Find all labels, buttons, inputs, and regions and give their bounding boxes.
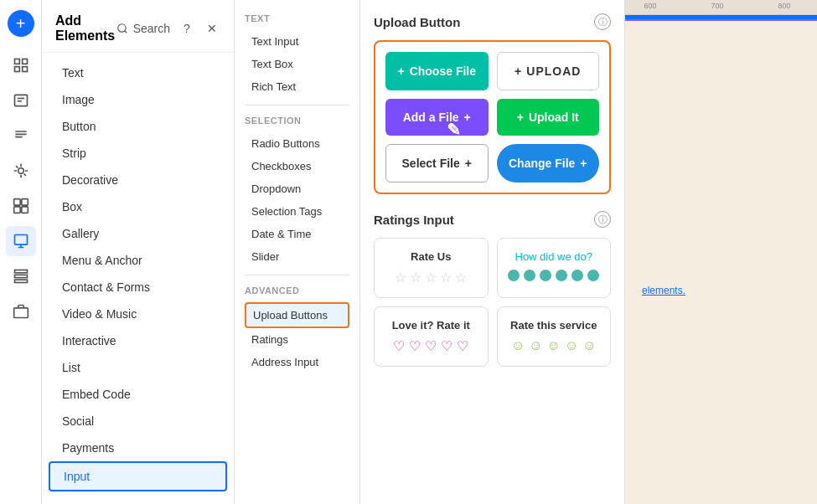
- element-decorative[interactable]: Decorative: [49, 167, 227, 193]
- svg-rect-10: [13, 207, 20, 213]
- rate-us-stars: ☆ ☆ ☆ ☆ ☆: [395, 270, 467, 285]
- sidebar-blog-icon[interactable]: [6, 85, 36, 116]
- sub-upload-buttons[interactable]: Upload Buttons: [245, 302, 349, 328]
- choose-file-label: Choose File: [410, 64, 476, 78]
- sub-checkboxes[interactable]: Checkboxes: [245, 155, 349, 177]
- upload-it-button[interactable]: + Upload It: [497, 99, 600, 136]
- element-menu-anchor[interactable]: Menu & Anchor: [49, 247, 227, 274]
- how-did-we-do-card[interactable]: How did we do?: [497, 238, 612, 298]
- sub-date-time[interactable]: Date & Time: [245, 223, 349, 245]
- rate-service-label: Rate this service: [510, 319, 597, 332]
- svg-rect-2: [14, 67, 19, 72]
- element-video-music[interactable]: Video & Music: [49, 301, 227, 327]
- element-box[interactable]: Box: [49, 193, 227, 220]
- ruler: 600 700 800: [625, 0, 817, 15]
- upload-button[interactable]: + UPLOAD: [497, 52, 600, 90]
- sidebar-pages-icon[interactable]: [6, 50, 36, 80]
- star-2: ☆: [410, 270, 421, 285]
- sub-slider[interactable]: Slider: [245, 245, 349, 268]
- upload-info-icon[interactable]: ⓘ: [594, 13, 611, 30]
- ruler-label-600: 600: [644, 2, 656, 10]
- sub-text-input[interactable]: Text Input: [245, 30, 349, 53]
- search-icon: [116, 23, 128, 34]
- heart-4: ♡: [441, 338, 452, 354]
- heart-1: ♡: [393, 338, 405, 354]
- search-area[interactable]: Search: [116, 22, 170, 35]
- upload-label: UPLOAD: [526, 64, 581, 78]
- rate-service-card[interactable]: Rate this service ☺ ☺ ☺ ☺ ☺: [497, 306, 612, 367]
- ruler-label-700: 700: [711, 2, 723, 10]
- panel-container: Add Elements Search ? ✕ Text Image Butto…: [42, 0, 817, 504]
- upload-it-label: Upload It: [529, 111, 579, 124]
- select-file-suffix: +: [465, 157, 472, 170]
- sidebar-apps-icon[interactable]: [6, 191, 36, 221]
- element-contact-forms[interactable]: Contact & Forms: [49, 274, 227, 301]
- rate-us-card[interactable]: Rate Us ☆ ☆ ☆ ☆ ☆: [374, 238, 489, 298]
- star-4: ☆: [440, 270, 452, 285]
- sub-address-input[interactable]: Address Input: [245, 351, 349, 373]
- love-it-card[interactable]: Love it? Rate it ♡ ♡ ♡ ♡ ♡: [374, 306, 489, 367]
- element-image[interactable]: Image: [49, 86, 227, 113]
- upload-button-grid: + Choose File + UPLOAD Add a File + ✎ + …: [374, 40, 611, 194]
- element-payments[interactable]: Payments: [49, 435, 227, 461]
- ruler-label-800: 800: [778, 2, 790, 10]
- svg-rect-11: [21, 207, 28, 213]
- heart-row: ♡ ♡ ♡ ♡ ♡: [393, 338, 468, 354]
- choose-file-button[interactable]: + Choose File: [385, 52, 489, 90]
- panel-header: Add Elements Search ? ✕: [42, 0, 234, 53]
- sidebar-design-icon[interactable]: [6, 156, 36, 186]
- element-embed-code[interactable]: Embed Code: [49, 381, 227, 408]
- ratings-info-icon[interactable]: ⓘ: [594, 211, 611, 228]
- icon-sidebar: +: [0, 0, 42, 504]
- sidebar-business-icon[interactable]: [6, 296, 36, 327]
- svg-rect-9: [21, 199, 28, 206]
- dot-3: [540, 270, 551, 281]
- add-button[interactable]: +: [8, 10, 34, 37]
- upload-section-header: Upload Button ⓘ: [374, 13, 611, 30]
- element-interactive[interactable]: Interactive: [49, 327, 227, 354]
- svg-rect-0: [14, 59, 19, 64]
- face-3: ☺: [547, 338, 561, 353]
- upload-section-title: Upload Button: [374, 15, 460, 29]
- element-button[interactable]: Button: [49, 113, 227, 140]
- sub-radio-buttons[interactable]: Radio Buttons: [245, 132, 349, 155]
- plus-icon: +: [16, 14, 26, 33]
- face-2: ☺: [529, 338, 542, 353]
- main-content: Upload Button ⓘ + Choose File + UPLOAD A…: [360, 0, 624, 504]
- canvas-area: 600 700 800 elements.: [624, 0, 817, 504]
- star-1: ☆: [395, 270, 406, 285]
- element-text[interactable]: Text: [49, 59, 227, 86]
- add-file-suffix: +: [464, 111, 471, 124]
- svg-rect-15: [14, 280, 27, 282]
- sidebar-data-icon[interactable]: [6, 261, 36, 291]
- ratings-section-header: Ratings Input ⓘ: [374, 211, 611, 228]
- element-input[interactable]: Input: [49, 461, 227, 491]
- sidebar-media-icon[interactable]: [6, 226, 36, 256]
- change-file-button[interactable]: Change File +: [497, 144, 600, 183]
- dot-1: [508, 270, 520, 281]
- change-file-label: Change File: [509, 157, 575, 170]
- sub-selection-tags[interactable]: Selection Tags: [245, 200, 349, 223]
- text-section-title: TEXT: [245, 13, 349, 23]
- close-button[interactable]: ✕: [204, 20, 220, 37]
- element-social[interactable]: Social: [49, 408, 227, 435]
- sub-rich-text[interactable]: Rich Text: [245, 75, 349, 98]
- sidebar-text-icon[interactable]: [6, 121, 36, 151]
- element-gallery[interactable]: Gallery: [49, 220, 227, 247]
- sub-ratings[interactable]: Ratings: [245, 328, 349, 351]
- help-button[interactable]: ?: [178, 20, 195, 37]
- sub-text-box[interactable]: Text Box: [245, 53, 349, 75]
- svg-rect-3: [22, 67, 27, 72]
- elements-list: Text Image Button Strip Decorative Box G…: [42, 53, 234, 504]
- element-strip[interactable]: Strip: [49, 140, 227, 167]
- select-file-button[interactable]: Select File +: [385, 144, 489, 183]
- how-did-we-do-label: How did we do?: [515, 250, 593, 263]
- heart-3: ♡: [425, 338, 437, 354]
- add-file-button[interactable]: Add a File + ✎: [385, 99, 489, 136]
- sub-dropdown[interactable]: Dropdown: [245, 177, 349, 200]
- dot-6: [587, 270, 599, 281]
- love-it-label: Love it? Rate it: [392, 319, 470, 332]
- canvas-elements-link[interactable]: elements.: [642, 285, 685, 296]
- advanced-section-title: ADVANCED: [245, 285, 349, 296]
- element-list[interactable]: List: [49, 354, 227, 381]
